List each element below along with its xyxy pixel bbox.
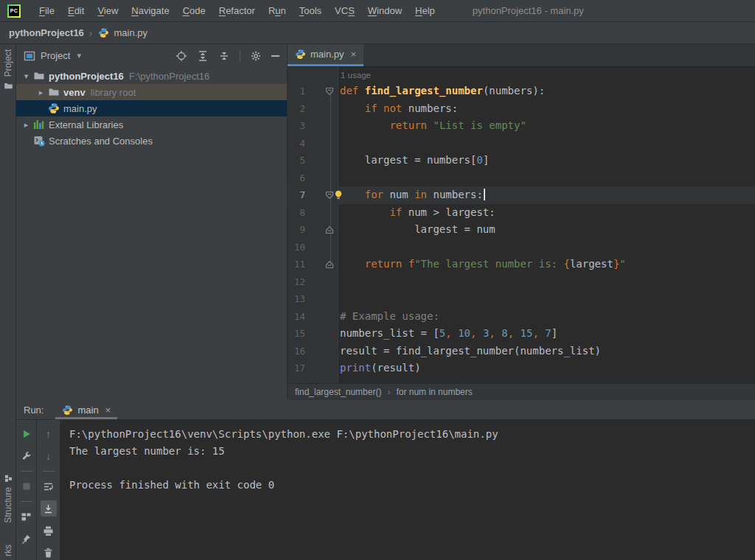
fold-space [305, 360, 338, 377]
line-number[interactable]: 13 [288, 290, 305, 308]
collapse-all-icon[interactable] [218, 50, 230, 62]
folder-icon [48, 86, 63, 98]
trash-icon[interactable] [41, 545, 57, 560]
rerun-icon[interactable] [18, 426, 35, 442]
hide-panel-icon[interactable] [271, 55, 279, 57]
text-caret [484, 189, 485, 200]
menu-item-vcs[interactable]: VCS [328, 5, 361, 16]
fold-space [305, 239, 338, 256]
menu-item-run[interactable]: Run [262, 5, 293, 16]
project-tree: ▾pythonProject16 F:\pythonProject16▸venv… [16, 68, 287, 149]
structure-icon [4, 475, 13, 483]
breadcrumb-file[interactable]: main.py [114, 27, 148, 38]
close-icon[interactable]: × [351, 49, 357, 60]
code-text: largest = numbers[0] [338, 152, 489, 169]
expand-all-icon[interactable] [197, 50, 209, 62]
code-line: 9 largest = num [288, 221, 755, 239]
restore-layout-icon[interactable] [18, 508, 35, 525]
code-editor[interactable]: 1 usage 1def find_largest_number(numbers… [288, 67, 755, 383]
pin-icon[interactable] [18, 531, 35, 547]
run-tab-main[interactable]: main × [55, 400, 117, 419]
run-toolbar-left [16, 420, 37, 560]
line-number[interactable]: 4 [288, 135, 305, 153]
soft-wrap-icon[interactable] [41, 478, 57, 494]
tree-label: pythonProject16 [49, 71, 124, 82]
line-number[interactable]: 3 [288, 117, 305, 135]
menu-item-window[interactable]: Window [361, 5, 408, 16]
code-text: result = find_largest_number(numbers_lis… [338, 343, 601, 360]
breadcrumb-item[interactable]: find_largest_number() [295, 387, 381, 397]
stripe-tab-project[interactable]: Project [3, 49, 13, 91]
fold-end-icon[interactable] [305, 256, 338, 273]
code-line: 3 return "List is empty" [288, 117, 755, 135]
line-number[interactable]: 17 [288, 360, 305, 377]
tree-item[interactable]: main.py [16, 100, 287, 116]
line-number[interactable]: 14 [288, 308, 305, 326]
menu-item-refactor[interactable]: Refactor [212, 5, 262, 16]
line-number[interactable]: 9 [288, 221, 305, 239]
line-number[interactable]: 10 [288, 239, 305, 256]
code-line: 5 largest = numbers[0] [288, 152, 755, 169]
chevron-icon[interactable]: ▸ [34, 88, 48, 97]
tree-item[interactable]: ▸External Libraries [16, 116, 287, 133]
toolbar-divider [240, 50, 240, 62]
code-line: 2 if not numbers: [288, 100, 755, 118]
run-console[interactable]: F:\pythonProject16\venv\Scripts\python.e… [60, 420, 755, 560]
menu-item-navigate[interactable]: Navigate [125, 5, 175, 16]
project-view-selector[interactable]: Project ▾ [24, 50, 81, 62]
code-text [338, 135, 340, 153]
line-number[interactable]: 2 [288, 100, 305, 118]
chevron-icon[interactable]: ▾ [19, 71, 33, 81]
intention-bulb-icon[interactable] [333, 189, 344, 200]
code-lines: 1def find_largest_number(numbers):2 if n… [288, 83, 755, 377]
fold-open-icon[interactable] [305, 83, 338, 100]
editor-tab-mainpy[interactable]: main.py × [288, 44, 363, 66]
python-file-icon [98, 27, 109, 38]
fold-end-icon[interactable] [305, 221, 338, 239]
arrow-down-icon[interactable]: ↓ [41, 448, 57, 464]
close-icon[interactable]: × [105, 405, 111, 416]
usage-hint[interactable]: 1 usage [341, 71, 371, 80]
chevron-right-icon: › [387, 387, 390, 397]
wrench-icon[interactable] [18, 448, 35, 464]
stripe-tab-bookmarks[interactable]: rks [3, 545, 13, 556]
line-number[interactable]: 6 [288, 169, 305, 187]
gear-icon[interactable] [250, 50, 262, 62]
line-number[interactable]: 15 [288, 325, 305, 343]
fold-space [305, 308, 338, 326]
line-number[interactable]: 1 [288, 83, 305, 100]
stripe-tab-label: rks [3, 545, 13, 556]
menu-item-help[interactable]: Help [408, 5, 442, 16]
line-number[interactable]: 12 [288, 273, 305, 291]
breadcrumb-item[interactable]: for num in numbers [396, 387, 472, 397]
tree-item[interactable]: ▸venv library root [16, 84, 287, 100]
breadcrumb-project[interactable]: pythonProject16 [9, 27, 84, 38]
menu-item-file[interactable]: File [32, 5, 61, 16]
line-number[interactable]: 7 [288, 186, 305, 204]
print-icon[interactable] [41, 522, 57, 539]
run-panel-body: ↑ ↓ F:\pythonProject16\venv\Scripts\pyth… [16, 420, 755, 560]
tree-label: F:\pythonProject16 [124, 71, 209, 82]
scroll-to-end-icon[interactable] [41, 500, 57, 517]
stop-icon[interactable] [18, 478, 35, 494]
tree-item[interactable]: ▾pythonProject16 F:\pythonProject16 [16, 68, 287, 84]
line-number[interactable]: 5 [288, 152, 305, 169]
code-text: print(result) [338, 360, 421, 377]
menu-item-view[interactable]: View [91, 5, 125, 16]
arrow-up-icon[interactable]: ↑ [41, 426, 57, 442]
fold-space [305, 152, 338, 169]
stripe-tab-structure[interactable]: Structure [3, 475, 13, 523]
locate-file-icon[interactable] [175, 50, 187, 62]
menu-item-tools[interactable]: Tools [293, 5, 328, 16]
fold-space [305, 273, 338, 291]
line-number[interactable]: 16 [288, 343, 305, 360]
menu-item-code[interactable]: Code [176, 5, 212, 16]
code-line: 6 [288, 169, 755, 187]
project-tool-window: Project ▾ ▾pythonProject16 F:\pythonProj… [16, 44, 288, 400]
chevron-icon[interactable]: ▸ [19, 120, 33, 130]
line-number[interactable]: 8 [288, 204, 305, 222]
tree-item[interactable]: Scratches and Consoles [16, 133, 287, 149]
menu-item-edit[interactable]: Edit [61, 5, 91, 16]
line-number[interactable]: 11 [288, 256, 305, 273]
folder-icon [4, 81, 13, 91]
